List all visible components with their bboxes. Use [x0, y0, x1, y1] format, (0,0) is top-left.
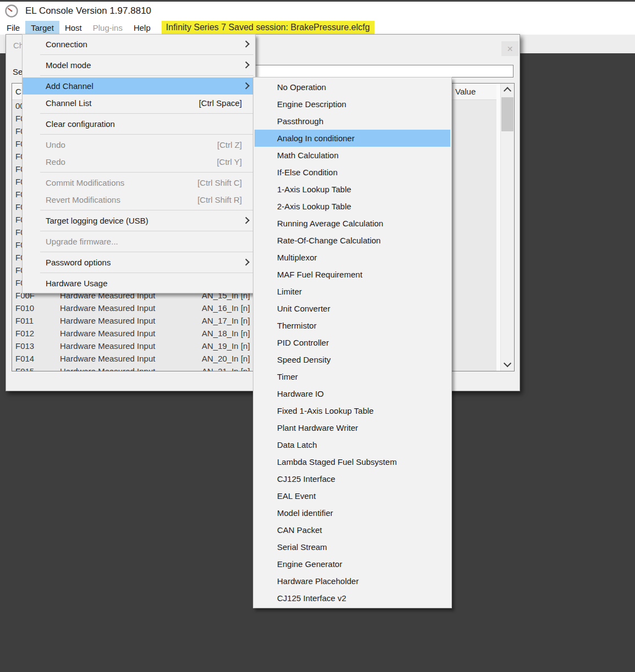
submenu-item-cj125-interface[interactable]: CJ125 Interface — [253, 470, 451, 487]
submenu-arrow-icon — [242, 82, 250, 89]
target-menu-item-hardware-usage[interactable]: Hardware Usage — [23, 275, 255, 292]
submenu-item-hardware-placeholder[interactable]: Hardware Placeholder — [253, 573, 451, 590]
menu-item-label: No Operation — [277, 82, 326, 92]
target-menu-item-redo: Redo[Ctrl Y] — [23, 153, 255, 170]
close-icon[interactable]: ✕ — [501, 41, 518, 56]
row-value: AN_17_In [n] — [202, 314, 250, 327]
submenu-item-eal-event[interactable]: EAL Event — [253, 487, 451, 504]
row-value: AN_21_In [n] — [202, 365, 250, 371]
submenu-item-running-average-calculation[interactable]: Running Average Calculation — [253, 215, 451, 232]
menu-item-label: PID Controller — [277, 338, 329, 347]
submenu-item-passthrough[interactable]: Passthrough — [253, 113, 451, 130]
menu-item-label: 2-Axis Lookup Table — [277, 202, 351, 211]
window-title: EL Console Version 1.97.8810 — [25, 5, 151, 16]
target-menu-item-target-logging-device-usb[interactable]: Target logging device (USB) — [23, 212, 255, 229]
menu-item-label: Lambda Staged Fuel Subsystem — [277, 457, 397, 466]
menu-separator — [40, 210, 253, 210]
submenu-item-serial-stream[interactable]: Serial Stream — [253, 538, 451, 556]
submenu-item-engine-description[interactable]: Engine Description — [253, 96, 451, 113]
search-label: Se — [13, 67, 23, 76]
submenu-item-no-operation[interactable]: No Operation — [253, 79, 451, 96]
row-code: F011 — [15, 314, 34, 327]
submenu-item-maf-fuel-requirement[interactable]: MAF Fuel Requirement — [253, 266, 451, 283]
submenu-item-hardware-io[interactable]: Hardware IO — [253, 385, 451, 402]
menu-item-label: CJ125 Interface — [277, 474, 335, 484]
menu-separator — [40, 172, 253, 173]
submenu-item-analog-in-conditioner[interactable]: Analog In conditioner — [255, 130, 450, 147]
target-menu-item-password-options[interactable]: Password options — [23, 254, 255, 271]
row-code: F012 — [15, 327, 34, 340]
submenu-item-multiplexor[interactable]: Multiplexor — [253, 249, 451, 266]
target-menu-item-connection[interactable]: Connection — [23, 36, 255, 53]
menu-item-label: EAL Event — [277, 491, 316, 501]
row-type: Hardware Measured Input — [60, 365, 155, 371]
menu-item-label: Commit Modifications — [46, 178, 124, 187]
submenu-item-engine-generator[interactable]: Engine Generator — [253, 556, 451, 573]
target-menu-item-clear-configuration[interactable]: Clear configuration — [23, 115, 255, 132]
menu-item-label: Multiplexor — [277, 253, 317, 262]
desktop: EL Console Version 1.97.8810 FileTargetH… — [0, 0, 635, 672]
menu-item-label: Analog In conditioner — [277, 134, 355, 143]
menu-item-label: Limiter — [277, 287, 302, 296]
session-banner: Infinity Series 7 Saved session: BrakePr… — [162, 21, 374, 34]
add-channel-submenu: No OperationEngine DescriptionPassthroug… — [253, 77, 452, 608]
menu-item-label: Engine Description — [277, 99, 346, 109]
target-menu-item-channel-list[interactable]: Channel List[Ctrl Space] — [23, 95, 255, 112]
scrollbar-thumb[interactable] — [501, 97, 513, 131]
submenu-item-cj125-interface-v2[interactable]: CJ125 Interface v2 — [253, 590, 451, 607]
target-menu-item-model-mode[interactable]: Model mode — [23, 57, 255, 74]
scroll-up-icon[interactable] — [501, 84, 514, 96]
menu-item-label: Model mode — [46, 60, 91, 70]
submenu-item-data-latch[interactable]: Data Latch — [253, 436, 451, 453]
submenu-item-unit-converter[interactable]: Unit Converter — [253, 300, 451, 317]
submenu-item-2-axis-lookup-table[interactable]: 2-Axis Lookup Table — [253, 198, 451, 215]
row-type: Hardware Measured Input — [60, 302, 155, 314]
submenu-item-rate-of-change-calculation[interactable]: Rate-Of-Change Calculation — [253, 232, 451, 249]
submenu-item-speed-density[interactable]: Speed Density — [253, 351, 451, 368]
submenu-item-math-calculation[interactable]: Math Calculation — [253, 147, 451, 164]
menu-item-label: Password options — [46, 258, 111, 267]
submenu-item-pid-controller[interactable]: PID Controller — [253, 334, 451, 351]
target-menu-item-revert-modifications: Revert Modifications[Ctrl Shift R] — [23, 191, 255, 208]
menu-item-label: Model identifier — [277, 508, 333, 518]
menu-item-label: If-Else Condition — [277, 168, 338, 177]
menu-separator — [40, 75, 253, 76]
target-menu-item-add-channel[interactable]: Add Channel — [23, 77, 255, 95]
submenu-item-plant-hardware-writer[interactable]: Plant Hardware Writer — [253, 419, 451, 436]
submenu-item-thermistor[interactable]: Thermistor — [253, 317, 451, 334]
submenu-item-fixed-1-axis-lookup-table[interactable]: Fixed 1-Axis Lookup Table — [253, 402, 451, 419]
submenu-item-lambda-staged-fuel-subsystem[interactable]: Lambda Staged Fuel Subsystem — [253, 453, 451, 470]
submenu-item-1-axis-lookup-table[interactable]: 1-Axis Lookup Table — [253, 181, 451, 198]
menu-item-label: CJ125 Interface v2 — [277, 593, 346, 603]
menubar-item-host[interactable]: Host — [59, 21, 87, 35]
scroll-down-icon[interactable] — [501, 358, 514, 371]
menu-item-label: Passthrough — [277, 116, 323, 126]
menu-item-label: Hardware IO — [277, 389, 324, 398]
menubar-item-target[interactable]: Target — [25, 21, 59, 35]
menubar-item-help[interactable]: Help — [128, 21, 156, 35]
submenu-item-model-identifier[interactable]: Model identifier — [253, 504, 451, 521]
menu-item-label: 1-Axis Lookup Table — [277, 185, 351, 194]
submenu-item-can-packet[interactable]: CAN Packet — [253, 521, 451, 538]
menu-item-label: Thermistor — [277, 321, 317, 330]
menu-item-label: Channel List — [46, 98, 91, 108]
table-scrollbar[interactable] — [500, 84, 514, 371]
menu-item-label: Engine Generator — [277, 559, 342, 569]
menu-item-label: Target logging device (USB) — [46, 216, 148, 225]
menu-item-label: Serial Stream — [277, 542, 327, 552]
menubar-item-file[interactable]: File — [1, 21, 25, 35]
menubar-item-plug-ins: Plug-ins — [87, 21, 128, 35]
target-menu-item-undo: Undo[Ctrl Z] — [23, 136, 255, 153]
menu-item-label: Connection — [46, 40, 87, 49]
menu-item-shortcut: [Ctrl Space] — [199, 98, 242, 108]
submenu-item-timer[interactable]: Timer — [253, 368, 451, 385]
menu-item-shortcut: [Ctrl Shift R] — [197, 195, 242, 204]
menu-item-shortcut: [Ctrl Y] — [217, 157, 242, 166]
submenu-item-if-else-condition[interactable]: If-Else Condition — [253, 164, 451, 181]
menu-item-label: Add Channel — [46, 81, 93, 91]
menu-separator — [40, 252, 253, 252]
menu-item-label: Speed Density — [277, 355, 331, 364]
submenu-item-limiter[interactable]: Limiter — [253, 283, 451, 300]
menu-item-shortcut: [Ctrl Shift C] — [197, 178, 242, 187]
row-code: F014 — [15, 352, 34, 365]
